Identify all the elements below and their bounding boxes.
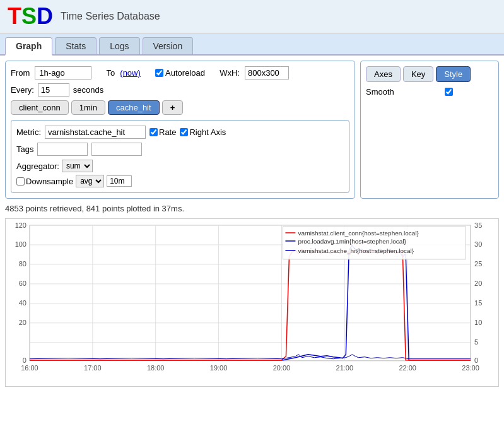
style-button[interactable]: Style [436, 66, 471, 82]
pill-cache-hit[interactable]: cache_hit [108, 100, 160, 115]
svg-text:21:00: 21:00 [336, 364, 353, 372]
to-now-link[interactable]: (now) [120, 68, 141, 78]
app-title: Time Series Database [61, 11, 160, 22]
every-input[interactable] [38, 83, 69, 97]
svg-text:30: 30 [474, 240, 482, 248]
downsample-label: Downsample [26, 177, 73, 186]
metric-detail-panel: Metric: Rate Right Axis Tags [11, 120, 349, 193]
left-controls-panel: From To (now) Autoreload WxH: Every: se [5, 61, 355, 199]
svg-text:10: 10 [474, 319, 482, 326]
right-controls-panel: Axes Key Style Smooth [360, 61, 499, 199]
svg-text:18:00: 18:00 [147, 364, 164, 372]
autoreload-checkbox-label: Autoreload [155, 68, 205, 78]
svg-text:16:00: 16:00 [21, 364, 38, 372]
svg-text:22:00: 22:00 [399, 364, 416, 372]
pill-client-conn[interactable]: client_conn [11, 100, 69, 115]
from-input[interactable] [35, 66, 91, 80]
status-line: 4853 points retrieved, 841 points plotte… [5, 204, 499, 213]
svg-text:0: 0 [474, 356, 478, 364]
axes-button[interactable]: Axes [366, 66, 401, 82]
main-content: From To (now) Autoreload WxH: Every: se [0, 56, 504, 394]
every-row: Every: seconds [11, 83, 349, 97]
from-to-row: From To (now) Autoreload WxH: [11, 66, 349, 80]
svg-text:varnishstat.cache_hit{host=ste: varnishstat.cache_hit{host=stephen.local… [298, 247, 414, 254]
logo-t: T [8, 3, 21, 29]
downsample-checkbox[interactable] [16, 177, 25, 186]
rate-label: Rate [159, 127, 176, 137]
svg-text:100: 100 [15, 240, 26, 248]
from-label: From [11, 68, 30, 78]
smooth-label: Smooth [366, 87, 394, 97]
right-axis-checkbox[interactable] [180, 128, 188, 136]
wxh-input[interactable] [245, 66, 289, 80]
right-axis-label: Right Axis [189, 127, 226, 137]
svg-text:proc.loadavg.1min{host=stephen: proc.loadavg.1min{host=stephen,local} [298, 238, 406, 245]
tab-logs[interactable]: Logs [99, 37, 139, 54]
svg-text:20:00: 20:00 [273, 364, 290, 372]
app-header: TSD Time Series Database [0, 0, 504, 33]
svg-text:varnishstat.client_conn{host=s: varnishstat.client_conn{host=stephen.loc… [298, 230, 419, 237]
tags-label: Tags [16, 144, 33, 154]
downsample-checkbox-label: Downsample [16, 177, 73, 186]
tab-stats[interactable]: Stats [55, 37, 97, 54]
svg-text:23:00: 23:00 [462, 364, 479, 372]
svg-text:80: 80 [19, 260, 26, 268]
aggregator-label: Aggregator: [16, 162, 59, 171]
metric-pills: client_conn 1min cache_hit + [11, 100, 349, 115]
svg-text:15: 15 [474, 299, 482, 307]
pill-add[interactable]: + [162, 100, 184, 115]
autoreload-checkbox[interactable] [155, 69, 163, 77]
svg-text:19:00: 19:00 [210, 364, 227, 372]
svg-text:40: 40 [19, 299, 26, 307]
svg-text:35: 35 [474, 221, 482, 229]
app-logo: TSD [8, 5, 53, 28]
chart-svg: 120 100 80 60 40 20 0 35 30 25 20 15 10 … [5, 218, 499, 387]
controls-area: From To (now) Autoreload WxH: Every: se [5, 61, 499, 199]
downsample-fn-select[interactable]: avg sum min max [76, 175, 104, 187]
svg-text:25: 25 [474, 260, 482, 268]
smooth-row: Smooth [366, 87, 493, 97]
metric-input[interactable] [45, 126, 146, 139]
metric-label: Metric: [16, 127, 41, 137]
tab-graph[interactable]: Graph [5, 37, 52, 56]
svg-text:120: 120 [15, 221, 26, 229]
tab-version[interactable]: Version [143, 37, 194, 54]
downsample-row: Downsample avg sum min max [16, 175, 344, 187]
to-label: To [107, 68, 115, 78]
rate-checkbox[interactable] [149, 128, 158, 136]
tag-input-1[interactable] [37, 143, 88, 156]
smooth-checkbox[interactable] [445, 88, 453, 96]
aggregator-select[interactable]: sum avg min max [62, 160, 93, 172]
aggregator-row: Aggregator: sum avg min max [16, 160, 344, 172]
every-label: Every: [11, 85, 34, 95]
logo-d: D [37, 3, 53, 29]
logo-s: S [21, 3, 37, 29]
svg-text:0: 0 [23, 356, 26, 364]
svg-text:17:00: 17:00 [84, 364, 101, 372]
svg-text:5: 5 [474, 338, 478, 346]
key-button[interactable]: Key [403, 66, 433, 82]
right-axis-checkbox-label: Right Axis [180, 127, 226, 137]
pill-1min[interactable]: 1min [71, 100, 105, 115]
tags-row: Tags [16, 143, 344, 156]
downsample-interval-input[interactable] [107, 175, 132, 187]
axes-key-style-row: Axes Key Style [366, 66, 493, 82]
autoreload-label: Autoreload [165, 68, 205, 78]
tag-input-2[interactable] [91, 143, 142, 156]
metric-input-row: Metric: Rate Right Axis [16, 126, 344, 139]
seconds-label: seconds [73, 85, 103, 95]
nav-tabs: Graph Stats Logs Version [0, 33, 504, 56]
rate-checkbox-label: Rate [149, 127, 176, 137]
svg-text:20: 20 [474, 280, 482, 287]
chart-wrapper: 120 100 80 60 40 20 0 35 30 25 20 15 10 … [5, 216, 499, 389]
svg-text:60: 60 [19, 280, 26, 287]
svg-text:20: 20 [19, 319, 26, 326]
wxh-label: WxH: [220, 68, 240, 78]
